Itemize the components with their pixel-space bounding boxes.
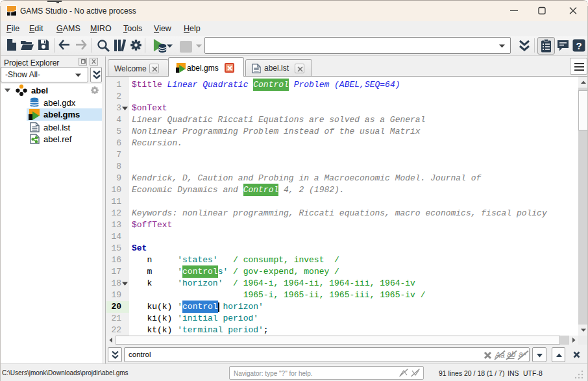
svg-text:?: ? (576, 40, 582, 51)
